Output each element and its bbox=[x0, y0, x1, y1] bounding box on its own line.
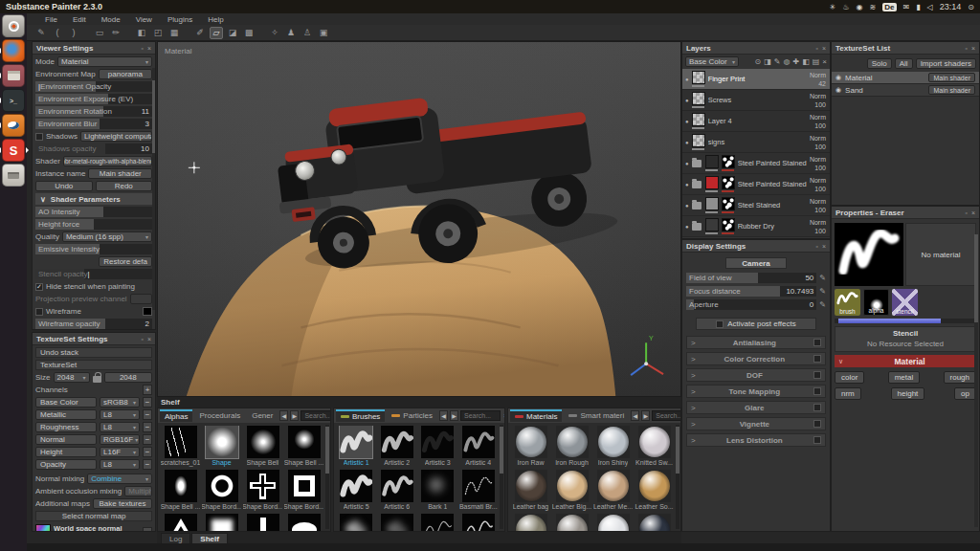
nvidia-indicator-icon[interactable]: ◉ bbox=[857, 3, 863, 11]
channel-format-dropdown[interactable]: sRGB8▾ bbox=[100, 397, 140, 408]
normal-mixing-dropdown[interactable]: Combine▾ bbox=[87, 474, 152, 484]
menu-item[interactable]: Mode bbox=[95, 15, 127, 24]
launcher-file-manager-icon[interactable] bbox=[2, 64, 25, 87]
remove-channel-icon[interactable]: − bbox=[143, 397, 152, 408]
quality-dropdown[interactable]: Medium (16 spp)▾ bbox=[62, 231, 152, 242]
scrollbar[interactable] bbox=[676, 425, 679, 529]
mask-thumbnail[interactable] bbox=[722, 176, 735, 189]
section-tone-mapping[interactable]: > Tone Mapping bbox=[686, 385, 826, 398]
wireframe-color-swatch[interactable] bbox=[143, 307, 152, 316]
remove-channel-icon[interactable]: − bbox=[143, 434, 152, 445]
stroke-shape-right-icon[interactable]: ) bbox=[67, 27, 80, 39]
lazy-mouse-icon[interactable]: ▭ bbox=[93, 27, 106, 39]
material-item[interactable]: Leather Me... bbox=[593, 470, 633, 514]
environment-blur-slider[interactable]: Environment Blur 3 bbox=[35, 119, 152, 129]
brush-item[interactable]: Cement 2 bbox=[378, 514, 417, 531]
brush-item[interactable]: Chalk 1 bbox=[418, 514, 457, 531]
menu-item[interactable]: View bbox=[129, 15, 159, 24]
layer-visibility-icon[interactable]: ● bbox=[685, 77, 689, 82]
color-channel-button[interactable]: color bbox=[835, 371, 864, 384]
tabs-prev-icon[interactable]: ◀ bbox=[279, 410, 288, 421]
mask-thumbnail[interactable] bbox=[722, 155, 735, 168]
layer-search-icon[interactable]: ⊙ bbox=[755, 57, 762, 66]
alpha-mode-button[interactable]: alpha bbox=[863, 289, 889, 316]
edit-value-icon[interactable]: ✎ bbox=[819, 287, 826, 296]
section-lens-distortion[interactable]: > Lens Distortion bbox=[686, 433, 826, 447]
alpha-item[interactable]: Shape Caps... bbox=[243, 514, 282, 531]
folder-icon[interactable] bbox=[692, 181, 702, 188]
brush-item[interactable]: Artistic 2 bbox=[378, 426, 417, 470]
section-checkbox[interactable] bbox=[813, 339, 821, 346]
shader-button[interactable]: pbr-metal-rough-with-alpha-blend bbox=[63, 156, 152, 166]
search-input[interactable] bbox=[652, 410, 680, 421]
viewport-shading-icon[interactable]: ◧ bbox=[135, 27, 148, 39]
geometry-mask-icon[interactable]: ◰ bbox=[151, 27, 165, 39]
undo-button[interactable]: Undo bbox=[35, 181, 93, 191]
section-antialiasing[interactable]: > Antialiasing bbox=[686, 336, 826, 349]
hide-stencil-checkbox[interactable]: ✓ bbox=[35, 283, 43, 291]
panel-header[interactable]: TextureSet List ▫× bbox=[832, 42, 979, 55]
panel-close-icon[interactable]: × bbox=[147, 336, 151, 342]
material-item[interactable]: Painted steel bbox=[635, 514, 674, 531]
layer-visibility-icon[interactable]: ● bbox=[685, 182, 689, 187]
environment-rotation-slider[interactable]: Environment Rotation 11 bbox=[35, 106, 152, 117]
emissive-intensity-slider[interactable]: Emissive Intensity bbox=[35, 244, 152, 254]
layer-thumbnail[interactable] bbox=[692, 92, 705, 105]
remove-resource-icon[interactable]: × bbox=[143, 527, 152, 532]
stroke-shape-left-icon[interactable]: ( bbox=[51, 27, 64, 39]
keyboard-indicator[interactable]: De bbox=[882, 3, 896, 11]
launcher-firefox-icon[interactable] bbox=[2, 39, 25, 62]
alpha-item[interactable]: Shape Bell ... bbox=[284, 426, 323, 470]
add-layer-icon[interactable]: ▤ bbox=[813, 57, 820, 66]
edit-value-icon[interactable]: ✎ bbox=[819, 300, 826, 309]
alpha-item[interactable]: Shape Oval bbox=[284, 514, 323, 531]
brush-item[interactable]: Artistic 3 bbox=[418, 426, 457, 470]
brush-item[interactable]: Chalk 2 bbox=[459, 514, 499, 531]
alpha-item[interactable]: Shape Bord... bbox=[202, 470, 241, 514]
panel-close-icon[interactable]: × bbox=[147, 45, 151, 52]
add-fill-layer-icon[interactable]: ◍ bbox=[784, 57, 791, 66]
focus-distance-slider[interactable]: Focus distance10.7493 bbox=[686, 286, 816, 297]
brush-stroke-preview[interactable] bbox=[835, 223, 903, 286]
normal-map-resource-row[interactable]: World space normal World Space Normals M… bbox=[35, 523, 152, 531]
brush-item[interactable]: Bark 1 bbox=[418, 470, 457, 514]
environment-opacity-slider[interactable]: |Environment Opacity bbox=[35, 81, 152, 92]
alpha-item[interactable]: Shape Bell bbox=[243, 426, 282, 470]
select-normal-map-button[interactable]: Select normal map bbox=[35, 511, 152, 521]
panel-menu-icon[interactable]: ▫ bbox=[141, 45, 143, 52]
tab-camera[interactable]: Camera bbox=[725, 257, 787, 269]
layer-row[interactable]: ● Steel Stained Norm100 bbox=[682, 195, 830, 216]
camera-tool-icon[interactable]: ▣ bbox=[317, 27, 330, 39]
layer-row[interactable]: ● Screws Norm100 bbox=[682, 90, 830, 111]
ao-intensity-slider[interactable]: AO Intensity bbox=[35, 207, 152, 217]
radio-icon[interactable]: ◉ bbox=[835, 86, 841, 94]
battery-indicator-icon[interactable]: ▮ bbox=[916, 3, 920, 11]
layer-visibility-icon[interactable]: ● bbox=[685, 98, 689, 103]
bake-textures-button[interactable]: Bake textures bbox=[93, 498, 152, 509]
channel-format-dropdown[interactable]: L8▾ bbox=[100, 409, 140, 420]
light-tool-icon[interactable]: ✧ bbox=[268, 27, 281, 39]
tabs-prev-icon[interactable]: ◀ bbox=[631, 410, 639, 421]
material-slot[interactable]: No material bbox=[905, 223, 976, 286]
session-indicator-icon[interactable]: ⊙ bbox=[968, 3, 974, 11]
panel-header[interactable]: Display Settings ▫× bbox=[682, 240, 830, 253]
alpha-item[interactable]: Shape Bell ... bbox=[161, 470, 200, 514]
layer-visibility-icon[interactable]: ● bbox=[685, 161, 689, 166]
environment-exposure-slider[interactable]: Environment Exposure (EV) bbox=[35, 94, 152, 104]
fill-layer-thumbnail[interactable] bbox=[705, 197, 719, 210]
layer-row[interactable]: ● Finger Print Norm42 bbox=[682, 69, 830, 90]
edit-layer-icon[interactable]: ✎ bbox=[774, 57, 781, 66]
alpha-item[interactable]: Shape Brush bbox=[202, 514, 241, 531]
edit-icon[interactable]: ✏ bbox=[109, 27, 122, 39]
paint-pen-icon[interactable]: ✎ bbox=[34, 27, 48, 39]
material-item[interactable]: Leather bag bbox=[511, 470, 550, 514]
shadows-checkbox[interactable] bbox=[35, 133, 43, 141]
material-item[interactable]: Lizard scales bbox=[511, 514, 550, 531]
shadows-opacity-slider[interactable]: Shadows opacity 10 bbox=[35, 143, 152, 154]
brush-item[interactable]: Basmati Br... bbox=[459, 470, 499, 514]
radio-icon[interactable]: ◉ bbox=[835, 74, 841, 81]
launcher-substance-painter-icon[interactable]: S bbox=[2, 139, 25, 162]
section-checkbox[interactable] bbox=[813, 420, 821, 428]
fill-layer-thumbnail[interactable] bbox=[705, 155, 719, 168]
textureset-row[interactable]: ◉ Material Main shader bbox=[832, 72, 979, 84]
